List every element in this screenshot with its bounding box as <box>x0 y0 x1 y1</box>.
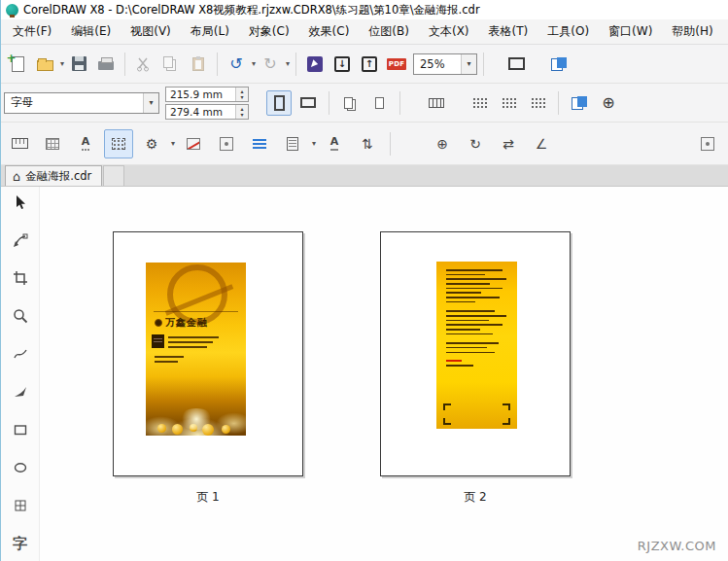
page-2-label: 页 2 <box>380 489 571 506</box>
text-line <box>446 315 506 317</box>
poster-artwork-page2[interactable] <box>436 262 517 429</box>
bracket-top-right <box>503 403 510 410</box>
clear-guidelines-button[interactable] <box>212 129 241 158</box>
show-page-sorter-button[interactable] <box>546 52 572 77</box>
zoom-dropdown-arrow[interactable]: ▾ <box>461 54 476 74</box>
drawing-canvas[interactable]: 万鑫金融 <box>40 187 728 561</box>
ruler-icon <box>12 138 28 149</box>
menu-object[interactable]: 对象(C) <box>239 19 299 44</box>
menu-window[interactable]: 窗口(W) <box>599 19 662 44</box>
page-width-field[interactable]: 215.9 mm ▴▾ <box>165 87 249 102</box>
landscape-orientation-button[interactable] <box>295 90 321 116</box>
export-button[interactable]: ↑ <box>357 52 382 77</box>
undo-button[interactable]: ↺ <box>224 52 249 77</box>
width-spinner[interactable]: ▴▾ <box>235 88 248 101</box>
page-height-field[interactable]: 279.4 mm ▴▾ <box>165 104 249 120</box>
redo-dropdown-arrow[interactable]: ▾ <box>286 59 290 68</box>
menu-tools[interactable]: 工具(O) <box>537 19 599 44</box>
menu-table[interactable]: 表格(T) <box>479 19 538 44</box>
rectangle-tool[interactable] <box>8 417 33 442</box>
height-spinner[interactable]: ▴▾ <box>235 105 248 119</box>
graph-paper-tool[interactable] <box>8 493 33 518</box>
mirror-button[interactable]: ⇄ <box>494 129 523 158</box>
text-line <box>446 301 475 303</box>
text-frame-options-button[interactable] <box>278 129 307 158</box>
menu-help[interactable]: 帮助(H) <box>662 19 722 44</box>
treat-as-filled-button[interactable] <box>567 90 592 116</box>
artistic-media-tool[interactable] <box>8 379 33 404</box>
open-dropdown-arrow[interactable]: ▾ <box>60 59 64 68</box>
skew-angle-button[interactable]: ∠ <box>527 129 556 158</box>
redo-button: ↻ <box>258 52 283 77</box>
freehand-tool[interactable] <box>8 341 33 367</box>
portrait-orientation-button[interactable] <box>266 90 292 116</box>
save-button[interactable] <box>66 52 91 77</box>
fullscreen-preview-button[interactable] <box>503 52 529 77</box>
menu-view[interactable]: 视图(V) <box>121 19 181 44</box>
print-button[interactable] <box>93 52 119 77</box>
home-icon[interactable]: ⌂ <box>13 170 20 183</box>
text-line <box>155 356 184 358</box>
baseline-grid-button[interactable]: A <box>71 129 100 158</box>
current-page-button[interactable] <box>366 90 392 116</box>
spacing-button[interactable]: ⇅ <box>353 129 382 158</box>
snap-off-icon <box>187 138 200 150</box>
shape-tool[interactable] <box>8 228 33 253</box>
page-size-preset-combo[interactable]: 字母 ▾ <box>4 92 159 114</box>
preset-dropdown-arrow[interactable]: ▾ <box>143 93 158 113</box>
new-document-icon: + <box>12 56 24 72</box>
ellipse-tool[interactable] <box>8 455 33 480</box>
publish-pdf-button[interactable]: PDF <box>384 52 409 77</box>
rotate-button[interactable]: ↻ <box>461 129 490 158</box>
super-nudge-button[interactable] <box>496 90 521 116</box>
page-2[interactable] <box>380 231 571 476</box>
pick-tool[interactable] <box>8 190 33 215</box>
grid-icon <box>46 138 59 150</box>
document-tab[interactable]: ⌂ 金融海报.cdr <box>5 165 102 186</box>
menu-text[interactable]: 文本(X) <box>419 19 479 44</box>
nudge-distance-button[interactable] <box>424 90 449 116</box>
spin-down-icon[interactable]: ▾ <box>240 112 243 118</box>
micro-nudge-button[interactable] <box>467 90 492 116</box>
text-line <box>446 347 487 349</box>
crop-tool[interactable] <box>8 265 33 291</box>
align-text-button[interactable]: A <box>320 129 349 158</box>
menu-layout[interactable]: 布局(L) <box>181 19 239 44</box>
text-line <box>446 274 485 276</box>
text-line <box>168 341 213 343</box>
guidelines-button[interactable] <box>104 129 133 158</box>
menu-edit[interactable]: 编辑(E) <box>61 19 121 44</box>
page-1[interactable]: 万鑫金融 <box>113 231 303 476</box>
ruler-setup-button[interactable] <box>5 129 34 158</box>
text-frame-dropdown-arrow[interactable]: ▾ <box>312 139 316 148</box>
undo-dropdown-arrow[interactable]: ▾ <box>252 59 256 68</box>
open-button[interactable] <box>32 52 57 77</box>
spin-down-icon[interactable]: ▾ <box>240 94 243 100</box>
menu-file[interactable]: 文件(F) <box>3 19 61 44</box>
zoom-level-combo[interactable]: 25% ▾ <box>413 53 477 75</box>
docker-toggle-button[interactable] <box>693 129 722 158</box>
document-grid-button[interactable] <box>38 129 67 158</box>
text-tool[interactable]: 字 <box>8 531 33 556</box>
position-button[interactable]: ⊕ <box>428 129 457 158</box>
snap-settings-dropdown-arrow[interactable]: ▾ <box>171 139 175 148</box>
menu-bitmaps[interactable]: 位图(B) <box>359 19 419 44</box>
gear-icon: ⚙ <box>146 137 158 151</box>
circle-plus-icon: ⊕ <box>602 95 614 111</box>
all-pages-button[interactable] <box>337 90 363 116</box>
search-content-button[interactable] <box>302 52 328 77</box>
red-accent-line <box>446 360 462 362</box>
toolbar-separator <box>329 91 329 115</box>
snap-off-button[interactable] <box>179 129 208 158</box>
poster-artwork-page1[interactable]: 万鑫金融 <box>146 263 246 436</box>
new-document-button[interactable]: + <box>5 52 30 77</box>
toolbox: 字 <box>1 187 40 561</box>
duplicate-distance-button[interactable] <box>525 90 550 116</box>
alignment-guides-button[interactable] <box>245 129 274 158</box>
menu-effects[interactable]: 效果(C) <box>299 19 360 44</box>
snap-settings-button[interactable]: ⚙ <box>137 129 166 158</box>
options-button[interactable]: ⊕ <box>596 90 621 116</box>
import-button[interactable]: ↓ <box>329 52 355 77</box>
text-line <box>446 352 495 354</box>
zoom-tool[interactable] <box>8 303 33 329</box>
